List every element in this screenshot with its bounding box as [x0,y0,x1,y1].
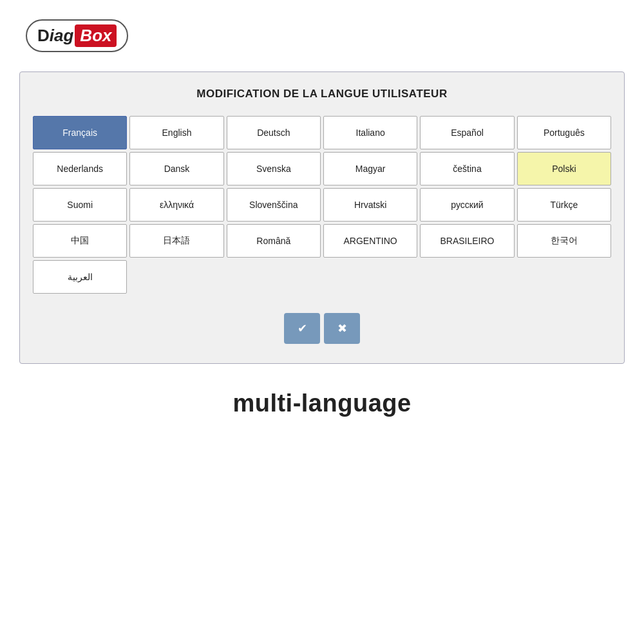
action-buttons: ✔ ✖ [33,313,611,344]
lang-btn-dansk[interactable]: Dansk [129,152,223,185]
footer-caption: multi-language [232,390,411,417]
lang-btn-brasileiro[interactable]: BRASILEIRO [420,224,514,258]
logo-box: Box [75,24,117,47]
lang-btn-ellinika[interactable]: ελληνικά [129,188,223,222]
lang-btn-english[interactable]: English [129,116,223,149]
lang-btn-arabic[interactable]: العربية [33,260,127,294]
dialog: MODIFICATION DE LA LANGUE UTILISATEUR Fr… [19,71,625,364]
lang-btn-italiano[interactable]: Italiano [323,116,417,149]
lang-btn-magyar[interactable]: Magyar [323,152,417,185]
lang-btn-suomi[interactable]: Suomi [33,188,127,222]
lang-btn-argentino[interactable]: ARGENTINO [323,224,417,258]
lang-btn-romana[interactable]: Română [227,224,321,258]
lang-btn-nihongo[interactable]: 日本語 [129,224,223,258]
lang-btn-korean[interactable]: 한국어 [517,224,611,258]
lang-btn-espanol[interactable]: Español [420,116,514,149]
logo-container: Diag Box [26,19,128,52]
lang-btn-nederlands[interactable]: Nederlands [33,152,127,185]
lang-btn-russkiy[interactable]: русский [420,188,514,222]
lang-btn-cestina[interactable]: čeština [420,152,514,185]
lang-btn-francais[interactable]: Français [33,116,127,149]
lang-btn-zhongguo[interactable]: 中国 [33,224,127,258]
logo-diag: Diag [37,26,73,46]
dialog-title: MODIFICATION DE LA LANGUE UTILISATEUR [33,88,611,100]
header: Diag Box [0,0,644,65]
lang-btn-svenska[interactable]: Svenska [227,152,321,185]
lang-btn-portugues[interactable]: Português [517,116,611,149]
cancel-button[interactable]: ✖ [324,313,360,344]
language-grid: FrançaisEnglishDeutschItalianoEspañolPor… [33,116,611,294]
lang-btn-deutsch[interactable]: Deutsch [227,116,321,149]
page-wrapper: Diag Box MODIFICATION DE LA LANGUE UTILI… [0,0,644,644]
confirm-button[interactable]: ✔ [284,313,320,344]
lang-btn-turkce[interactable]: Türkçe [517,188,611,222]
lang-btn-slovenscina[interactable]: Slovenščina [227,188,321,222]
lang-btn-polski[interactable]: Polski [517,152,611,185]
lang-btn-hrvatski[interactable]: Hrvatski [323,188,417,222]
